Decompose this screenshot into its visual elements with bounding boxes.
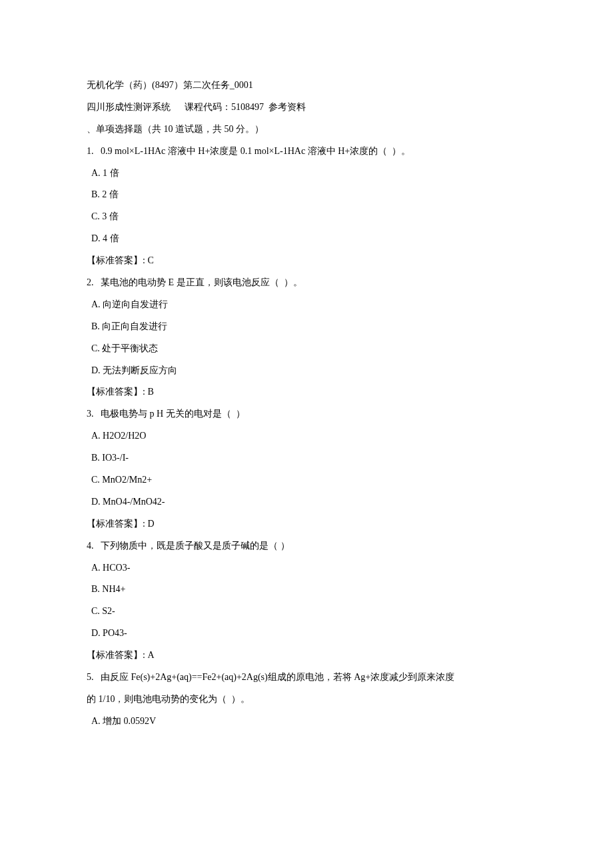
option-a: A. 增加 0.0592V (87, 711, 526, 733)
answer-value: D (147, 519, 154, 529)
option-d: D. 4 倍 (87, 228, 526, 250)
document-page: 无机化学（药）(8497）第二次任务_0001 四川形成性测评系统 课程代码：5… (0, 0, 613, 868)
option-a: A. 1 倍 (87, 163, 526, 185)
question-stem-cont: 的 1/10，则电池电动势的变化为（ ）。 (87, 689, 526, 711)
question-number: 4. (87, 541, 94, 551)
answer-line: 【标准答案】: B (87, 381, 526, 403)
option-a: A. HCO3- (87, 557, 526, 579)
doc-title: 无机化学（药）(8497）第二次任务_0001 (87, 75, 526, 97)
section-header: 、单项选择题（共 10 道试题，共 50 分。） (87, 119, 526, 141)
answer-label: 【标准答案】: (87, 650, 145, 660)
option-d: D. 无法判断反应方向 (87, 360, 526, 382)
answer-value: C (147, 255, 153, 265)
option-a: A. H2O2/H2O (87, 425, 526, 447)
answer-line: 【标准答案】: D (87, 513, 526, 535)
option-d: D. MnO4-/MnO42- (87, 491, 526, 513)
question-stem: 4. 下列物质中，既是质子酸又是质子碱的是（ ） (87, 535, 526, 557)
question-number: 3. (87, 409, 94, 419)
option-c: C. 处于平衡状态 (87, 338, 526, 360)
option-b: B. 向正向自发进行 (87, 316, 526, 338)
question-text: 某电池的电动势 E 是正直，则该电池反应（ ）。 (101, 277, 303, 287)
answer-label: 【标准答案】: (87, 519, 145, 529)
question-text: 由反应 Fe(s)+2Ag+(aq)==Fe2+(aq)+2Ag(s)组成的原电… (101, 672, 454, 682)
question-stem: 3. 电极电势与 p H 无关的电对是（ ） (87, 403, 526, 425)
question-text: 0.9 mol×L-1HAc 溶液中 H+浓度是 0.1 mol×L-1HAc … (101, 146, 410, 156)
option-d: D. PO43- (87, 623, 526, 645)
question-stem: 2. 某电池的电动势 E 是正直，则该电池反应（ ）。 (87, 272, 526, 294)
option-c: C. 3 倍 (87, 206, 526, 228)
option-b: B. IO3-/I- (87, 447, 526, 469)
option-b: B. 2 倍 (87, 184, 526, 206)
question-number: 1. (87, 146, 94, 156)
question-number: 2. (87, 277, 94, 287)
question-text: 下列物质中，既是质子酸又是质子碱的是（ ） (101, 541, 290, 551)
question-text: 电极电势与 p H 无关的电对是（ ） (101, 409, 245, 419)
answer-line: 【标准答案】: C (87, 250, 526, 272)
answer-value: A (147, 650, 154, 660)
question-number: 5. (87, 672, 94, 682)
answer-label: 【标准答案】: (87, 387, 145, 397)
option-a: A. 向逆向自发进行 (87, 294, 526, 316)
doc-subtitle: 四川形成性测评系统 课程代码：5108497 参考资料 (87, 97, 526, 119)
question-stem: 5. 由反应 Fe(s)+2Ag+(aq)==Fe2+(aq)+2Ag(s)组成… (87, 667, 526, 689)
question-stem: 1. 0.9 mol×L-1HAc 溶液中 H+浓度是 0.1 mol×L-1H… (87, 141, 526, 163)
answer-value: B (147, 387, 153, 397)
answer-line: 【标准答案】: A (87, 645, 526, 667)
option-b: B. NH4+ (87, 579, 526, 601)
option-c: C. S2- (87, 601, 526, 623)
option-c: C. MnO2/Mn2+ (87, 469, 526, 491)
answer-label: 【标准答案】: (87, 255, 145, 265)
